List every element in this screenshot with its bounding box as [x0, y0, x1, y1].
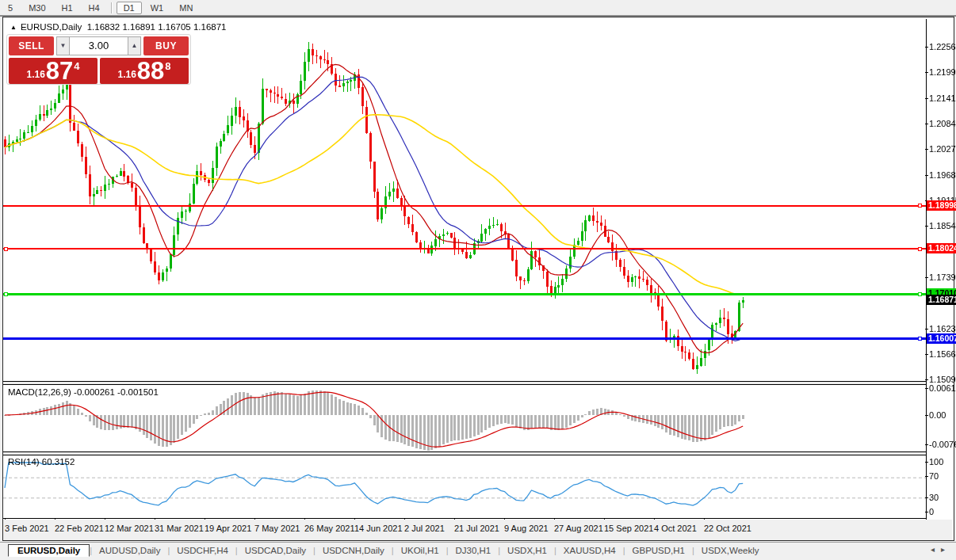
timeframe-button-h4[interactable]: H4 — [82, 2, 107, 14]
price-axis-label: 1.20840 — [929, 119, 956, 128]
rsi-axis-label: 30 — [929, 493, 939, 502]
timeframe-button-w1[interactable]: W1 — [143, 2, 171, 14]
line-end-marker — [4, 247, 8, 251]
bid-price-prefix: 1.16 — [26, 69, 44, 80]
price-axis-label: 1.15665 — [929, 349, 956, 359]
date-axis-label: 21 Jul 2021 — [454, 524, 499, 533]
chart-bottom-border — [3, 518, 926, 519]
rsi-axis-label: 100 — [929, 457, 943, 467]
tab-ukoil-h1[interactable]: UKOil,H1 — [394, 545, 446, 556]
date-axis-label: 14 Jun 2021 — [354, 524, 403, 533]
collapse-icon[interactable]: ▲ — [10, 24, 17, 31]
symbol-tab-bar: EURUSD,Daily|AUDUSD,Daily|USDCHF,H4|USDC… — [0, 542, 956, 558]
line-end-marker — [918, 292, 922, 296]
toolbar-separator — [111, 2, 113, 13]
ask-price-prefix: 1.16 — [117, 69, 136, 80]
bid-price-sup: 4 — [74, 60, 79, 72]
macd-indicator-label: MACD(12,26,9) -0.000261 -0.001501 — [8, 387, 159, 397]
price-badge-1.18024: 1.18024 — [927, 243, 956, 253]
macd-axis-label: 0.006193 — [929, 383, 956, 393]
date-axis-label: 9 Aug 2021 — [504, 524, 549, 533]
rsi-axis-label: 70 — [929, 471, 939, 481]
tab-usdx-weekly[interactable]: USDX,Weekly — [694, 545, 767, 556]
tab-dj30-h1[interactable]: DJ30,H1 — [449, 545, 499, 556]
price-axis-label: 1.22565 — [929, 42, 956, 51]
timeframe-button-h1[interactable]: H1 — [55, 2, 80, 14]
price-axis-label: 1.19685 — [929, 170, 956, 180]
timeframe-toolbar: 5M30H1H4D1W1MN — [0, 0, 956, 15]
price-axis-label: 1.20270 — [929, 144, 956, 154]
timeframe-button-mn[interactable]: MN — [172, 2, 200, 14]
ask-price-sup: 8 — [165, 60, 170, 72]
bid-price-display[interactable]: 1.16 87 4 — [9, 58, 98, 84]
line-end-marker — [918, 247, 922, 251]
ask-price-big: 88 — [137, 59, 164, 83]
tab-audusd-daily[interactable]: AUDUSD,Daily — [92, 545, 167, 556]
trading-terminal: 5M30H1H4D1W1MN ▲EURUSD,Daily 1.16832 1.1… — [0, 0, 956, 560]
macd-axis-label: 0.00 — [929, 410, 946, 420]
price-axis-label: 1.15095 — [929, 375, 956, 384]
tab-usdcad-daily[interactable]: USDCAD,Daily — [238, 545, 313, 556]
tab-eurusd-daily[interactable]: EURUSD,Daily — [8, 544, 90, 557]
date-axis-label: 3 Feb 2021 — [5, 524, 49, 533]
price-badge-1.16007: 1.16007 — [927, 333, 956, 344]
date-axis: 3 Feb 202122 Feb 202112 Mar 202131 Mar 2… — [3, 520, 952, 540]
horizontal-line-1.16007[interactable] — [3, 337, 926, 340]
price-axis-label: 1.21995 — [929, 67, 956, 77]
one-click-trade-panel: SELL ▼ 3.00 ▲ BUY 1.16 87 4 1.16 88 8 — [6, 34, 191, 85]
rsi-indicator-label: RSI(14) 60.3152 — [8, 457, 75, 467]
date-axis-label: 19 Apr 2021 — [205, 524, 251, 533]
rsi-axis-label: 0 — [929, 507, 934, 516]
date-axis-label: 27 Aug 2021 — [554, 524, 603, 533]
horizontal-line-1.18024[interactable] — [3, 248, 926, 250]
chart-symbol-label: EURUSD,Daily — [21, 22, 82, 32]
sell-button[interactable]: SELL — [9, 36, 54, 55]
chart-title: ▲EURUSD,Daily 1.16832 1.16891 1.16705 1.… — [10, 22, 227, 32]
date-axis-label: 4 Oct 2021 — [654, 524, 697, 533]
price-chart-canvas[interactable] — [3, 19, 926, 523]
tab-usdcnh-daily[interactable]: USDCNH,Daily — [315, 545, 392, 556]
volume-increase-button[interactable]: ▲ — [128, 36, 141, 55]
tab-gbpusd-h1[interactable]: GBPUSD,H1 — [625, 545, 692, 556]
timeframe-button-m30[interactable]: M30 — [21, 2, 52, 14]
date-axis-label: 7 May 2021 — [254, 524, 300, 533]
date-axis-label: 26 May 2021 — [304, 524, 355, 533]
price-axis-label: 1.16235 — [929, 324, 956, 333]
line-end-marker — [4, 292, 8, 296]
date-axis-label: 2 Jul 2021 — [404, 524, 445, 533]
price-axis-label: 1.18545 — [929, 221, 956, 230]
bid-price-big: 87 — [46, 59, 73, 83]
tab-xauusd-h4[interactable]: XAUUSD,H4 — [556, 545, 623, 556]
horizontal-line-1.1701[interactable] — [3, 293, 926, 295]
line-end-marker — [918, 337, 922, 341]
date-axis-label: 15 Sep 2021 — [604, 524, 653, 533]
date-axis-label: 22 Feb 2021 — [55, 524, 104, 533]
tab-scroll-arrows[interactable]: ◂▸ — [931, 545, 951, 554]
buy-button[interactable]: BUY — [143, 36, 189, 55]
horizontal-line-1.18998[interactable] — [3, 205, 926, 207]
volume-input[interactable]: 3.00 — [70, 36, 128, 55]
price-axis-label: 1.17390 — [929, 272, 956, 282]
price-badge-1.18998: 1.18998 — [927, 200, 956, 211]
price-axis-label: 1.21410 — [929, 93, 956, 103]
date-axis-label: 22 Oct 2021 — [704, 524, 751, 533]
tab-usdchf-h4[interactable]: USDCHF,H4 — [170, 545, 235, 556]
chart-ohlc-values: 1.16832 1.16891 1.16705 1.16871 — [87, 22, 227, 32]
timeframe-button-5[interactable]: 5 — [1, 2, 20, 14]
ask-price-display[interactable]: 1.16 88 8 — [100, 58, 189, 84]
line-end-marker — [918, 204, 922, 208]
timeframe-button-d1[interactable]: D1 — [117, 2, 142, 14]
date-axis-label: 12 Mar 2021 — [105, 524, 154, 533]
macd-axis-label: -0.007621 — [929, 440, 956, 449]
date-axis-label: 31 Mar 2021 — [155, 524, 204, 533]
macd-panel-splitter[interactable] — [3, 381, 926, 385]
rsi-panel-splitter[interactable] — [3, 451, 926, 455]
price-badge-1.16871: 1.16871 — [927, 295, 956, 305]
volume-decrease-button[interactable]: ▼ — [56, 36, 70, 55]
tab-usdx-h1[interactable]: USDX,H1 — [500, 545, 554, 556]
